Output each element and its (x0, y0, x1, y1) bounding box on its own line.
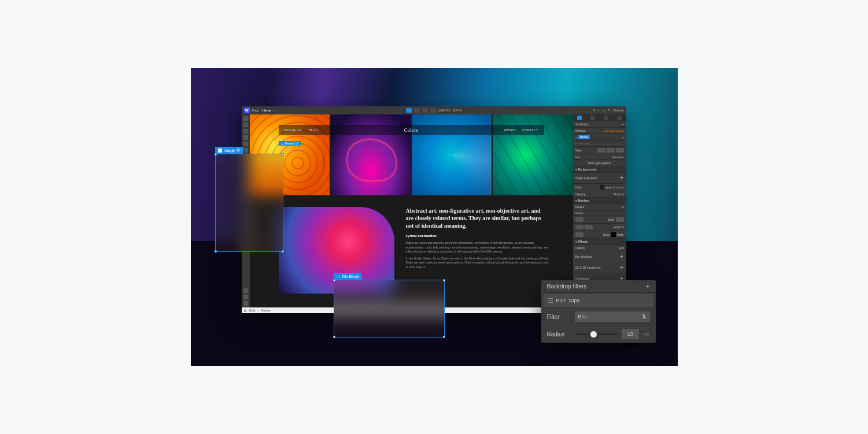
topbar: W Page: Home ⌂ 1400 PX 100 % ↶ ● <> ⇱ Pu… (242, 106, 626, 114)
resize-handle[interactable] (333, 279, 335, 281)
interactions-tab-icon[interactable] (604, 116, 608, 120)
canvas-width[interactable]: 1400 PX (438, 109, 450, 112)
page-name[interactable]: Home (263, 109, 271, 112)
settings-icon[interactable] (243, 148, 248, 153)
bp-button[interactable] (430, 108, 436, 113)
selection-tag[interactable]: ▭ Navbar 18 (279, 141, 301, 146)
home-icon[interactable]: ⌂ (274, 109, 275, 112)
bp-button[interactable] (414, 108, 420, 113)
nav-link[interactable]: ABOUT (504, 128, 515, 132)
canvas[interactable]: PROJECTS BLOG Colors ABOUT CONTACT ▭ Nav… (250, 114, 573, 307)
image-selection-tag[interactable]: Image ⚙ (215, 147, 243, 154)
gear-icon[interactable]: ⚙ (237, 148, 240, 153)
paragraph[interactable]: In the United States, Art as Object as s… (406, 257, 550, 270)
div-selection-box[interactable] (334, 280, 445, 337)
zoom-level[interactable]: 100 % (453, 109, 462, 112)
gear-icon[interactable]: ⚙ (575, 123, 578, 126)
image-selection-box[interactable] (215, 154, 283, 252)
resize-handle[interactable] (215, 153, 217, 155)
box-icon: ▭ (337, 274, 341, 279)
layout-tab-icon[interactable] (617, 116, 622, 120)
caret-down-icon[interactable]: ▾ (575, 240, 577, 243)
add-backdrop-filter-button[interactable]: + (645, 283, 649, 291)
resize-handle[interactable] (443, 279, 445, 281)
filter-type-select[interactable]: Blur ⇅ (575, 311, 650, 322)
export-icon[interactable]: ⇱ (608, 109, 611, 112)
code-icon[interactable]: <> (602, 109, 605, 112)
chevron-right-icon: › (258, 309, 259, 312)
crumb-item[interactable]: Navbar (261, 309, 271, 312)
chevron-down-icon[interactable]: ▾ (622, 192, 624, 196)
resize-handle[interactable] (282, 153, 284, 155)
underline-button[interactable] (616, 148, 624, 153)
style-tab-icon[interactable] (577, 116, 582, 120)
caret-down-icon[interactable]: ▾ (575, 199, 577, 202)
class-tag[interactable]: Navbar (578, 135, 590, 139)
backdrop-filters-popout: Backdrop filters + Blur: 10px Filter Blu… (541, 280, 656, 343)
popout-title: Backdrop filters (547, 283, 587, 290)
border-side-button[interactable] (585, 225, 593, 229)
subheading[interactable]: Lyrical abstraction (406, 234, 550, 238)
add-transform-button[interactable]: + (619, 264, 623, 272)
cms-icon[interactable] (243, 135, 248, 140)
radius-input[interactable]: 10 (622, 329, 639, 339)
pages-icon[interactable] (243, 123, 248, 127)
italic-button[interactable] (597, 148, 605, 153)
chevron-down-icon[interactable]: ▾ (622, 136, 624, 139)
state-icon[interactable]: ▾ (575, 136, 577, 139)
add-icon[interactable] (243, 116, 248, 121)
assets-icon[interactable] (243, 142, 248, 146)
bp-button[interactable] (422, 108, 428, 113)
publish-button[interactable]: Publish (613, 109, 623, 112)
video-icon[interactable] (243, 288, 248, 293)
more-type-link[interactable]: More type options (588, 161, 611, 165)
drag-handle-icon[interactable] (548, 298, 553, 303)
slider-thumb[interactable] (590, 331, 597, 337)
nav-link[interactable]: BLOG (309, 128, 318, 132)
more-icon[interactable]: ⋯ (621, 123, 624, 126)
radius-slider[interactable] (575, 333, 617, 335)
style-panel: ⚙Navbar⋯ SelectorInheriting 1 selector ▾… (573, 114, 626, 307)
select-arrows-icon: ⇅ (642, 314, 647, 320)
nav-toggle-icon[interactable]: ◧ (244, 309, 247, 312)
nav-link[interactable]: PROJECTS (285, 128, 302, 132)
color-swatch[interactable] (600, 185, 604, 190)
border-side-button[interactable] (575, 225, 583, 229)
border-side-button[interactable] (575, 217, 583, 222)
radius-label: Radius (547, 331, 570, 337)
filter-label: Filter (547, 314, 570, 320)
undo-icon[interactable]: ↶ (593, 109, 596, 112)
crumb-item[interactable]: Body (249, 309, 256, 312)
paragraph[interactable]: Digital art, hard-edge painting, geometr… (406, 241, 550, 254)
bp-button[interactable] (406, 108, 412, 113)
add-shadow-button[interactable]: + (619, 253, 623, 261)
div-selection-tag[interactable]: ▭ Div Block (334, 273, 362, 280)
radius-unit[interactable]: PX (644, 332, 650, 337)
nav-icon[interactable] (243, 129, 248, 133)
resize-handle[interactable] (333, 336, 335, 338)
resize-handle[interactable] (215, 250, 217, 253)
settings-tab-icon[interactable] (590, 116, 595, 120)
resize-handle[interactable] (282, 250, 284, 253)
strike-button[interactable] (607, 148, 615, 153)
heading[interactable]: Abstract art, non-figurative art, non-ob… (406, 207, 550, 229)
color-swatch[interactable] (611, 232, 616, 237)
add-bg-button[interactable]: + (619, 174, 623, 182)
image-icon (218, 149, 222, 153)
border-style-button[interactable] (616, 217, 624, 222)
filter-item[interactable]: Blur: 10px (544, 294, 653, 307)
nav-title[interactable]: Colors (404, 128, 418, 133)
box-icon: ▭ (281, 142, 284, 145)
caret-down-icon[interactable]: ▾ (575, 168, 577, 171)
logo-icon[interactable]: W (244, 107, 250, 113)
help-icon[interactable] (243, 301, 248, 306)
resize-handle[interactable] (443, 336, 445, 338)
audit-icon[interactable] (243, 295, 248, 299)
nav-link[interactable]: CONTACT (522, 128, 538, 132)
page-label: Page: (252, 109, 260, 112)
border-side-button[interactable] (575, 232, 583, 237)
site-navbar[interactable]: PROJECTS BLOG Colors ABOUT CONTACT (279, 125, 544, 135)
status-icon: ● (598, 109, 600, 112)
